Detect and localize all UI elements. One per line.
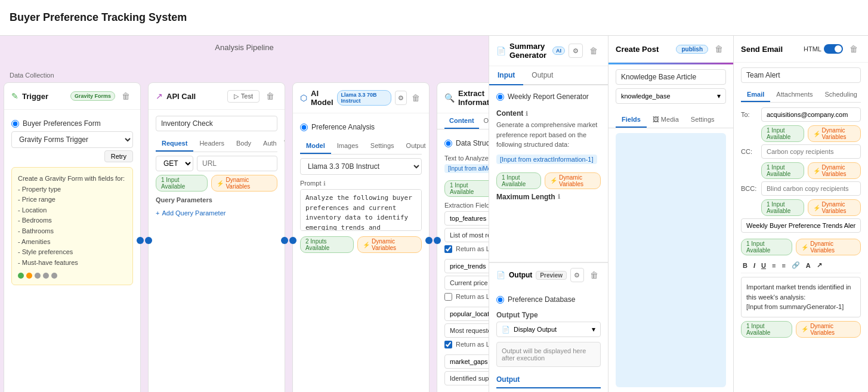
extract-tab-content[interactable]: Content: [444, 113, 479, 129]
field-checkbox-3[interactable]: [444, 341, 452, 348]
to-input[interactable]: [761, 107, 861, 122]
summary-input-tab[interactable]: Input: [489, 66, 523, 85]
tab-more[interactable]: •••: [283, 136, 285, 152]
ai-radio-label: Preference Analysis: [311, 123, 375, 131]
post-tab-media[interactable]: 🖼 Media: [647, 112, 685, 128]
summary-output-tab[interactable]: Output: [523, 66, 561, 84]
url-input[interactable]: [197, 156, 277, 171]
retry-button[interactable]: Retry: [104, 150, 133, 162]
display-output-text: Display Output: [514, 326, 588, 333]
chevron-down-icon: ▾: [592, 325, 595, 334]
field-name-4[interactable]: [444, 354, 489, 369]
html-toggle-switch[interactable]: [824, 44, 843, 54]
add-param-button[interactable]: + Add Query Parameter: [156, 206, 226, 220]
connector-left-ai: [289, 237, 296, 244]
trigger-note: Create a Gravity Form with fields for: -…: [11, 167, 133, 285]
email-content[interactable]: Important market trends identified in th…: [741, 277, 861, 317]
email-tab-attachments[interactable]: Attachments: [770, 88, 818, 102]
api-call-card: ↗ API Call ▷ Test 🗑 Request Headers: [148, 82, 285, 392]
subject-input[interactable]: [741, 218, 861, 233]
extract-tab-output[interactable]: Output: [479, 113, 489, 129]
output-title-text: Output: [509, 271, 532, 279]
link-button[interactable]: 🔗: [790, 260, 802, 270]
email-tab-email[interactable]: Email: [741, 88, 770, 102]
output-gear-button[interactable]: ⚙: [570, 268, 584, 282]
trigger-select[interactable]: Gravity Forms Trigger: [11, 131, 133, 148]
list-button[interactable]: ≡: [770, 261, 777, 270]
email-delete-button[interactable]: 🗑: [847, 42, 861, 56]
bold-button[interactable]: B: [741, 261, 749, 270]
tab-auth[interactable]: Auth: [257, 136, 283, 152]
bcc-input[interactable]: [761, 181, 861, 196]
prompt-label: Prompt ℹ: [300, 180, 422, 187]
ai-gear-button[interactable]: ⚙: [395, 91, 407, 105]
pipeline-label: Analysis Pipeline: [215, 43, 273, 52]
ai-radio[interactable]: [300, 124, 308, 131]
field-desc-2[interactable]: [444, 276, 489, 290]
field-name-1[interactable]: [444, 211, 489, 226]
field-desc-4[interactable]: [444, 371, 489, 385]
bcc-label: BCC:: [741, 185, 759, 192]
summary-dynamic-badge: ⚡ Dynamic Variables: [545, 172, 601, 189]
field-group-2: Return as List 🗑: [444, 259, 489, 301]
create-post-delete-button[interactable]: 🗑: [712, 42, 726, 56]
prompt-textarea[interactable]: Analyze the following buyer preferences …: [300, 189, 422, 231]
summary-content-desc: Generate a comprehensive market preferen…: [489, 120, 608, 155]
field-checkbox-2[interactable]: [444, 293, 452, 301]
ai-tab-output[interactable]: Output: [400, 138, 429, 154]
field-desc-3[interactable]: [444, 323, 489, 338]
output-bottom-tab[interactable]: Output: [496, 372, 601, 388]
team-alert-input[interactable]: [741, 67, 861, 83]
tab-request[interactable]: Request: [156, 136, 193, 152]
ai-tab-settings[interactable]: Settings: [365, 138, 400, 154]
test-button[interactable]: ▷ Test: [227, 90, 260, 103]
external-link-button[interactable]: ↗: [815, 260, 824, 270]
field-name-3[interactable]: [444, 307, 489, 321]
model-select[interactable]: Llama 3.3 70B Instruct: [300, 158, 422, 175]
cc-dynamic-icon: ⚡: [813, 168, 820, 174]
ai-delete-button[interactable]: 🗑: [410, 91, 422, 105]
extract-radio-label: Data Structuring: [456, 139, 489, 147]
extraction-fields-label: Extraction Fields ℹ: [444, 202, 489, 209]
html-label: HTML: [804, 45, 821, 53]
connector-left-api: [145, 237, 152, 244]
connector-right-api: [281, 237, 288, 244]
field-name-2[interactable]: [444, 259, 489, 273]
ai-tab-model[interactable]: Model: [300, 138, 331, 154]
trigger-badge: Gravity Forms: [70, 91, 115, 101]
underline-button[interactable]: U: [759, 261, 768, 270]
output-radio[interactable]: [496, 296, 504, 304]
tab-body[interactable]: Body: [230, 136, 257, 152]
trigger-note-text: Create a Gravity Form with fields for: -…: [18, 174, 126, 268]
create-post-panel: Create Post publish 🗑 knowledge_base ▾ F…: [608, 36, 734, 392]
api-delete-button[interactable]: 🗑: [263, 89, 277, 103]
trigger-delete-button[interactable]: 🗑: [119, 89, 133, 103]
publish-badge: publish: [676, 45, 708, 54]
italic-button[interactable]: I: [752, 261, 757, 270]
post-field-1[interactable]: [616, 69, 726, 85]
email-tab-scheduling[interactable]: Scheduling: [819, 88, 863, 102]
field-checkbox-1[interactable]: [444, 245, 452, 253]
api-name-input[interactable]: [156, 116, 277, 131]
summary-input-ref: [Input from extractInformation-1]: [496, 155, 597, 164]
ai-inputs-badge: 2 Inputs Available: [300, 236, 354, 253]
summary-radio[interactable]: [496, 93, 504, 101]
method-select[interactable]: GET: [156, 156, 193, 171]
summary-gear-button[interactable]: ⚙: [569, 44, 583, 58]
font-color-button[interactable]: A: [804, 261, 813, 270]
post-tab-fields[interactable]: Fields: [616, 112, 647, 128]
ai-tab-images[interactable]: Images: [331, 138, 365, 154]
api-dynamic-badge: ⚡ Dynamic Variables: [211, 175, 277, 192]
output-delete-button[interactable]: 🗑: [588, 268, 601, 282]
to-dynamic-icon: ⚡: [813, 131, 820, 137]
cc-input[interactable]: [761, 144, 861, 159]
field-desc-1[interactable]: [444, 228, 489, 242]
summary-delete-button[interactable]: 🗑: [586, 44, 601, 58]
post-tab-settings[interactable]: Settings: [685, 112, 721, 128]
bcc-dynamic-icon: ⚡: [813, 205, 820, 211]
list2-button[interactable]: ≡: [780, 261, 787, 270]
trigger-radio[interactable]: [11, 120, 19, 128]
tab-headers[interactable]: Headers: [193, 136, 230, 152]
extract-radio[interactable]: [444, 140, 452, 147]
trigger-title: Trigger: [22, 92, 67, 101]
